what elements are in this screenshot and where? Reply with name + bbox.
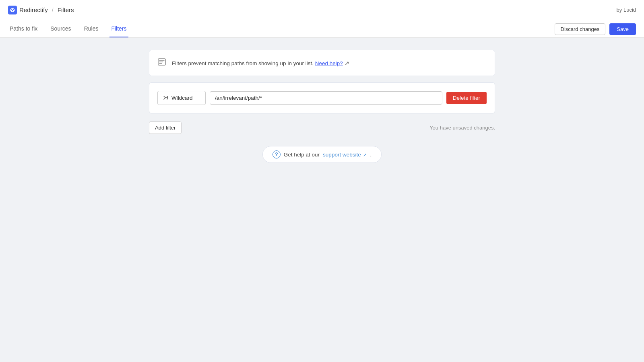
wildcard-icon xyxy=(163,94,169,102)
brand-logo[interactable]: Redirectify xyxy=(8,6,48,14)
page-title: Filters xyxy=(58,6,74,13)
need-help-link[interactable]: Need help? xyxy=(315,60,343,66)
wildcard-label: Wildcard xyxy=(171,95,193,101)
main-content: Filters prevent matching paths from show… xyxy=(141,38,503,175)
brand-name: Redirectify xyxy=(19,6,48,13)
external-link-icon: ↗ xyxy=(363,152,367,157)
add-filter-button[interactable]: Add filter xyxy=(149,121,182,134)
help-box: ? Get help at our support website ↗ . xyxy=(262,146,382,163)
by-label: by Lucid xyxy=(617,7,636,13)
top-bar: Redirectify / Filters by Lucid xyxy=(0,0,644,20)
tabs-left: Paths to fix Sources Rules Filters xyxy=(8,20,128,37)
filter-card: Wildcard Delete filter xyxy=(149,82,495,113)
breadcrumb-separator: / xyxy=(52,7,54,13)
info-box-text: Filters prevent matching paths from show… xyxy=(172,60,349,66)
save-button[interactable]: Save xyxy=(609,23,636,35)
filter-info-icon xyxy=(157,58,166,68)
help-icon: ? xyxy=(272,150,281,158)
external-link-icon: ↗ xyxy=(345,60,349,66)
help-prefix: Get help at our xyxy=(284,152,320,158)
tab-rules[interactable]: Rules xyxy=(83,20,100,37)
help-suffix: . xyxy=(370,152,372,158)
discard-changes-button[interactable]: Discard changes xyxy=(555,23,606,35)
add-filter-row: Add filter You have unsaved changes. xyxy=(149,121,495,134)
logo-icon xyxy=(8,6,17,14)
breadcrumb: Redirectify / Filters xyxy=(8,6,74,14)
filter-row: Wildcard Delete filter xyxy=(157,91,487,105)
info-box: Filters prevent matching paths from show… xyxy=(149,50,495,76)
tab-sources[interactable]: Sources xyxy=(49,20,72,37)
filter-path-input[interactable] xyxy=(210,91,442,105)
delete-filter-button[interactable]: Delete filter xyxy=(446,92,487,104)
tab-filters[interactable]: Filters xyxy=(109,20,128,37)
tab-navigation: Paths to fix Sources Rules Filters Disca… xyxy=(0,20,644,38)
filter-type-select[interactable]: Wildcard xyxy=(157,91,206,105)
support-website-link[interactable]: support website ↗ xyxy=(323,152,367,158)
unsaved-notice: You have unsaved changes. xyxy=(429,125,495,131)
toolbar-actions: Discard changes Save xyxy=(555,23,636,37)
tab-paths-to-fix[interactable]: Paths to fix xyxy=(8,20,39,37)
